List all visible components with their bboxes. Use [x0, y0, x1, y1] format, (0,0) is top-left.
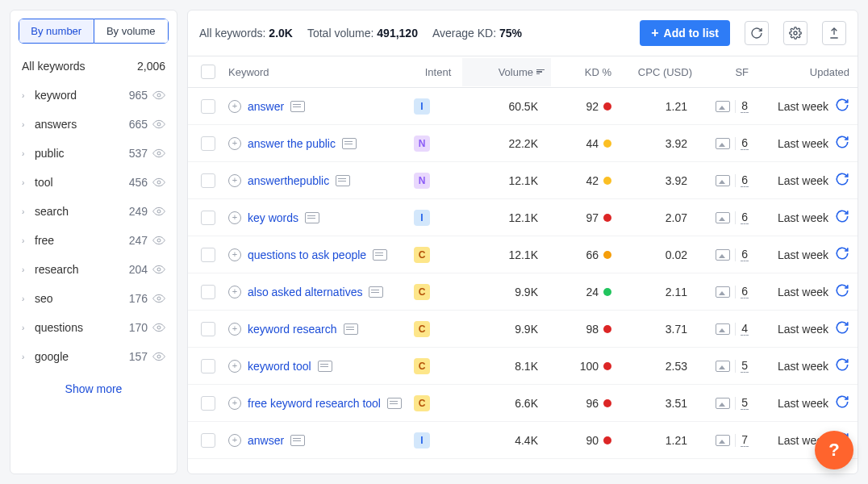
keyword-link[interactable]: also asked alternatives — [248, 286, 362, 298]
tab-by-volume[interactable]: By volume — [94, 19, 169, 44]
eye-icon[interactable] — [152, 263, 165, 276]
select-all-checkbox[interactable] — [201, 65, 215, 79]
sf-count[interactable]: 6 — [741, 136, 749, 150]
sf-count[interactable]: 6 — [741, 285, 749, 298]
sf-count[interactable]: 6 — [741, 173, 749, 187]
refresh-row-icon[interactable] — [835, 172, 849, 189]
row-checkbox[interactable] — [201, 211, 215, 225]
tab-by-number[interactable]: By number — [19, 19, 94, 44]
sidebar-item-research[interactable]: › research 204 — [19, 255, 169, 284]
sidebar-item-keyword[interactable]: › keyword 965 — [19, 81, 169, 110]
refresh-row-icon[interactable] — [835, 320, 849, 337]
row-checkbox[interactable] — [201, 322, 215, 336]
sf-count[interactable]: 5 — [741, 396, 749, 410]
export-button[interactable] — [822, 21, 846, 45]
help-fab[interactable]: ? — [815, 431, 853, 469]
col-volume[interactable]: Volume — [462, 58, 551, 86]
row-checkbox[interactable] — [201, 173, 215, 188]
col-kd[interactable]: KD % — [551, 66, 611, 78]
expand-icon[interactable]: + — [228, 397, 241, 410]
serp-icon[interactable] — [318, 361, 332, 372]
row-checkbox[interactable] — [201, 136, 215, 151]
col-cpc[interactable]: CPC (USD) — [611, 66, 692, 78]
expand-icon[interactable]: + — [228, 323, 241, 336]
row-checkbox[interactable] — [201, 248, 215, 262]
serp-icon[interactable] — [373, 249, 387, 261]
refresh-row-icon[interactable] — [835, 394, 849, 411]
eye-icon[interactable] — [152, 321, 165, 334]
eye-icon[interactable] — [152, 350, 165, 363]
keyword-link[interactable]: answer — [248, 100, 284, 113]
col-updated[interactable]: Updated — [749, 66, 849, 78]
sidebar-item-tool[interactable]: › tool 456 — [19, 168, 169, 197]
serp-icon[interactable] — [290, 435, 305, 446]
serp-icon[interactable] — [336, 175, 350, 186]
add-to-list-button[interactable]: + Add to list — [640, 20, 730, 46]
serp-icon[interactable] — [369, 286, 383, 298]
expand-icon[interactable]: + — [228, 360, 241, 373]
col-keyword[interactable]: Keyword — [228, 66, 414, 78]
keyword-link[interactable]: keyword tool — [248, 360, 311, 373]
refresh-row-icon[interactable] — [835, 98, 849, 115]
eye-icon[interactable] — [152, 118, 165, 131]
sf-count[interactable]: 6 — [741, 211, 749, 224]
eye-icon[interactable] — [152, 234, 165, 247]
sidebar-item-public[interactable]: › public 537 — [19, 139, 169, 168]
expand-icon[interactable]: + — [228, 286, 241, 298]
settings-button[interactable] — [783, 21, 807, 45]
keyword-link[interactable]: anwser — [248, 434, 284, 447]
sf-count[interactable]: 7 — [741, 433, 749, 447]
expand-icon[interactable]: + — [228, 137, 241, 150]
keyword-link[interactable]: keyword research — [248, 323, 337, 336]
sidebar-item-count: 965 — [117, 89, 148, 102]
sf-count[interactable]: 5 — [741, 359, 749, 373]
sidebar-item-free[interactable]: › free 247 — [19, 226, 169, 255]
serp-icon[interactable] — [342, 138, 357, 149]
expand-icon[interactable]: + — [228, 434, 241, 447]
refresh-row-icon[interactable] — [835, 246, 849, 263]
eye-icon[interactable] — [152, 89, 165, 102]
serp-icon[interactable] — [344, 323, 358, 335]
all-keywords-row[interactable]: All keywords 2,006 — [19, 55, 169, 81]
refresh-row-icon[interactable] — [835, 135, 849, 152]
col-sf[interactable]: SF — [692, 66, 749, 78]
expand-icon[interactable]: + — [228, 100, 241, 113]
refresh-row-icon[interactable] — [835, 283, 849, 300]
sf-count[interactable]: 6 — [741, 248, 749, 261]
col-intent[interactable]: Intent — [414, 66, 462, 78]
expand-icon[interactable]: + — [228, 211, 241, 224]
keyword-link[interactable]: free keyword research tool — [248, 397, 381, 410]
row-checkbox[interactable] — [201, 433, 215, 448]
keyword-link[interactable]: answer the public — [248, 137, 336, 150]
refresh-button[interactable] — [745, 21, 769, 45]
sf-count[interactable]: 4 — [741, 322, 749, 336]
row-checkbox[interactable] — [201, 359, 215, 373]
sidebar-item-questions[interactable]: › questions 170 — [19, 313, 169, 342]
eye-icon[interactable] — [152, 147, 165, 160]
eye-icon[interactable] — [152, 292, 165, 305]
expand-icon[interactable]: + — [228, 248, 241, 261]
show-more-button[interactable]: Show more — [19, 371, 169, 400]
sidebar-item-search[interactable]: › search 249 — [19, 197, 169, 226]
row-checkbox[interactable] — [201, 396, 215, 411]
keyword-link[interactable]: questions to ask people — [248, 248, 366, 261]
eye-icon[interactable] — [152, 176, 165, 189]
keyword-link[interactable]: key words — [248, 211, 298, 224]
sidebar-item-count: 249 — [117, 205, 148, 218]
row-checkbox[interactable] — [201, 99, 215, 114]
sidebar-item-seo[interactable]: › seo 176 — [19, 284, 169, 313]
serp-icon[interactable] — [305, 212, 319, 223]
svg-point-6 — [157, 268, 161, 271]
sidebar-item-google[interactable]: › google 157 — [19, 342, 169, 371]
serp-icon[interactable] — [387, 398, 402, 409]
serp-icon[interactable] — [290, 101, 305, 112]
refresh-row-icon[interactable] — [835, 357, 849, 374]
expand-icon[interactable]: + — [228, 174, 241, 187]
sf-count[interactable]: 8 — [741, 99, 749, 113]
refresh-row-icon[interactable] — [835, 209, 849, 226]
keyword-link[interactable]: answerthepublic — [248, 174, 329, 187]
eye-icon[interactable] — [152, 205, 165, 218]
row-checkbox[interactable] — [201, 285, 215, 299]
sf-cell: 6 — [692, 136, 749, 150]
sidebar-item-answers[interactable]: › answers 665 — [19, 110, 169, 139]
